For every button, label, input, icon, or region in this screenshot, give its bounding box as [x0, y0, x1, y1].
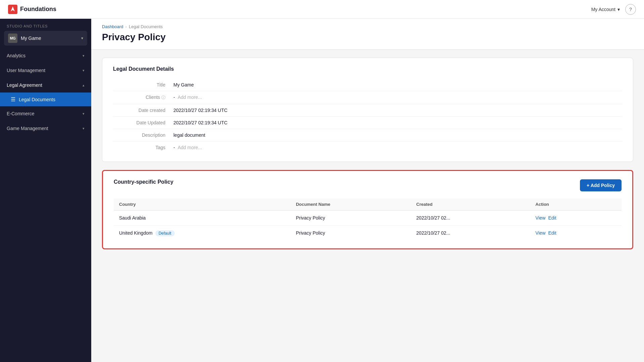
cell-country: Saudi Arabia [114, 210, 290, 226]
edit-link[interactable]: Edit [548, 215, 556, 221]
policy-table: Country Document Name Created Action Sau… [114, 198, 622, 240]
col-action: Action [530, 198, 622, 210]
my-account-button[interactable]: My Account ▾ [591, 7, 620, 12]
cell-created: 2022/10/27 02... [411, 226, 530, 241]
detail-label-tags: Tags [113, 145, 173, 150]
page-title: Privacy Policy [102, 32, 633, 43]
sidebar-section-label: STUDIO AND TITLES [0, 19, 91, 31]
detail-value-date-updated: 2022/10/27 02:19:34 UTC [173, 120, 227, 125]
studio-name: My Game [21, 36, 78, 41]
detail-value-description: legal document [173, 132, 205, 138]
studio-selector[interactable]: MG My Game ▾ [4, 31, 87, 46]
policy-table-head: Country Document Name Created Action [114, 198, 622, 210]
detail-value-date-created: 2022/10/27 02:19:34 UTC [173, 108, 227, 113]
table-row: United KingdomDefaultPrivacy Policy2022/… [114, 226, 622, 241]
main-content: Dashboard › Legal Documents Privacy Poli… [91, 19, 644, 362]
sidebar-item-legal-agreement[interactable]: Legal Agreement ▴ [0, 78, 91, 93]
detail-row-description: Description legal document [113, 129, 622, 141]
cell-document-name: Privacy Policy [290, 210, 411, 226]
legal-document-details-card: Legal Document Details Title My Game Cli… [102, 58, 633, 162]
detail-row-tags: Tags - Add more... [113, 141, 622, 154]
tags-add-more[interactable]: Add more... [178, 145, 202, 150]
detail-row-date-updated: Date Updated 2022/10/27 02:19:34 UTC [113, 117, 622, 129]
col-created: Created [411, 198, 530, 210]
breadcrumb-separator: › [125, 24, 127, 29]
detail-value-clients: - Add more... [173, 95, 202, 100]
policy-table-header-row: Country Document Name Created Action [114, 198, 622, 210]
default-badge: Default [155, 230, 175, 236]
detail-value-title: My Game [173, 82, 194, 87]
top-nav-right: My Account ▾ ? [591, 4, 636, 15]
app-body: STUDIO AND TITLES MG My Game ▾ Analytics… [0, 19, 644, 362]
detail-row-title: Title My Game [113, 79, 622, 91]
cell-document-name: Privacy Policy [290, 226, 411, 241]
studio-avatar: MG [8, 34, 17, 43]
sidebar-item-game-management[interactable]: Game Management ▾ [0, 121, 91, 136]
clients-add-more[interactable]: Add more... [178, 95, 202, 100]
cell-created: 2022/10/27 02... [411, 210, 530, 226]
chevron-down-icon: ▾ [83, 68, 85, 73]
chevron-down-icon: ▾ [618, 7, 620, 12]
document-icon: ☰ [11, 96, 15, 103]
logo-icon [8, 5, 17, 14]
studio-chevron-icon: ▾ [81, 36, 83, 41]
policy-table-body: Saudi ArabiaPrivacy Policy2022/10/27 02.… [114, 210, 622, 241]
cell-country: United KingdomDefault [114, 226, 290, 241]
top-nav: Foundations My Account ▾ ? [0, 0, 644, 19]
cell-action: ViewEdit [530, 210, 622, 226]
detail-row-clients: Clients ⓘ - Add more... [113, 91, 622, 104]
legal-document-details-title: Legal Document Details [113, 66, 622, 72]
content-body: Legal Document Details Title My Game Cli… [91, 50, 644, 257]
detail-value-tags: - Add more... [173, 145, 202, 150]
sidebar-item-user-management[interactable]: User Management ▾ [0, 63, 91, 78]
country-specific-policy-title: Country-specific Policy [114, 179, 173, 185]
add-policy-button[interactable]: + Add Policy [580, 179, 622, 191]
sidebar-item-legal-documents[interactable]: ☰ Legal Documents [0, 93, 91, 106]
chevron-down-icon: ▾ [83, 126, 85, 131]
detail-row-date-created: Date created 2022/10/27 02:19:34 UTC [113, 104, 622, 117]
chevron-down-icon: ▾ [83, 54, 85, 58]
country-specific-policy-header: Country-specific Policy + Add Policy [114, 179, 622, 192]
chevron-down-icon: ▾ [83, 112, 85, 116]
breadcrumb: Dashboard › Legal Documents [102, 24, 633, 29]
table-row: Saudi ArabiaPrivacy Policy2022/10/27 02.… [114, 210, 622, 226]
col-country: Country [114, 198, 290, 210]
country-specific-policy-card: Country-specific Policy + Add Policy Cou… [102, 170, 633, 249]
sidebar-item-analytics[interactable]: Analytics ▾ [0, 48, 91, 63]
col-document-name: Document Name [290, 198, 411, 210]
chevron-up-icon: ▴ [83, 83, 85, 87]
cell-action: ViewEdit [530, 226, 622, 241]
detail-label-description: Description [113, 132, 173, 138]
edit-link[interactable]: Edit [548, 230, 556, 236]
detail-label-date-updated: Date Updated [113, 120, 173, 125]
view-link[interactable]: View [535, 230, 545, 236]
sidebar: STUDIO AND TITLES MG My Game ▾ Analytics… [0, 19, 91, 362]
logo-text: Foundations [20, 6, 56, 13]
detail-label-clients: Clients ⓘ [113, 95, 173, 101]
sidebar-item-e-commerce[interactable]: E-Commerce ▾ [0, 106, 91, 121]
content-header: Dashboard › Legal Documents Privacy Poli… [91, 19, 644, 50]
breadcrumb-dashboard[interactable]: Dashboard [102, 24, 123, 29]
help-button[interactable]: ? [625, 4, 636, 15]
logo: Foundations [8, 5, 56, 14]
breadcrumb-current: Legal Documents [129, 24, 163, 29]
detail-label-date-created: Date created [113, 108, 173, 113]
info-icon[interactable]: ⓘ [161, 95, 165, 100]
view-link[interactable]: View [535, 215, 545, 221]
detail-label-title: Title [113, 82, 173, 87]
